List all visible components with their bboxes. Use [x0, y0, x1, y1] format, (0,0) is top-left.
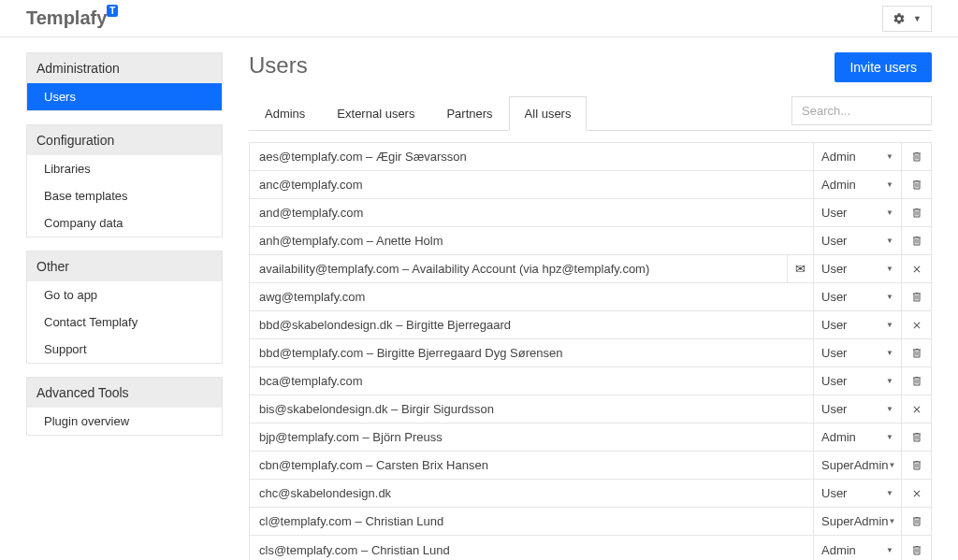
user-row: availability@templafy.com – Availability…: [250, 255, 931, 283]
brand-logo: Templafy T: [26, 7, 120, 29]
trash-icon: [911, 431, 922, 443]
role-select[interactable]: SuperAdmin▼: [813, 508, 901, 535]
caret-down-icon: ▼: [886, 433, 893, 441]
caret-down-icon: ▼: [886, 208, 893, 217]
role-label: SuperAdmin: [821, 458, 889, 472]
caret-down-icon: ▼: [886, 489, 893, 497]
sidebar-item-contact-templafy[interactable]: Contact Templafy: [27, 309, 222, 336]
role-label: Admin: [821, 543, 856, 557]
trash-icon: [911, 151, 922, 163]
trash-icon: [911, 515, 922, 527]
remove-user-button[interactable]: [901, 311, 931, 338]
envelope-icon[interactable]: ✉: [787, 255, 813, 282]
user-row: bis@skabelondesign.dk – Birgir Sigurdsso…: [250, 395, 931, 424]
tab-partners[interactable]: Partners: [430, 96, 508, 131]
user-row: and@templafy.comUser▼: [250, 199, 931, 227]
delete-user-button[interactable]: [901, 452, 931, 479]
delete-user-button[interactable]: [901, 508, 931, 535]
close-icon: [911, 264, 922, 275]
user-display: anc@templafy.com: [250, 171, 813, 198]
caret-down-icon: ▼: [889, 461, 896, 469]
sidebar-item-libraries[interactable]: Libraries: [27, 155, 222, 182]
role-select[interactable]: Admin▼: [813, 143, 901, 170]
user-row: bca@templafy.comUser▼: [250, 367, 931, 395]
user-display: bjp@templafy.com – Björn Preuss: [250, 424, 813, 451]
search-input[interactable]: [791, 96, 932, 125]
delete-user-button[interactable]: [901, 143, 931, 170]
user-row: aes@templafy.com – Ægir SævarssonAdmin▼: [250, 143, 931, 171]
role-label: User: [821, 262, 847, 276]
delete-user-button[interactable]: [901, 424, 931, 451]
role-select[interactable]: User▼: [813, 227, 901, 254]
role-label: User: [821, 290, 847, 304]
user-row: chc@skabelondesign.dkUser▼: [250, 480, 931, 508]
trash-icon: [911, 291, 922, 303]
settings-dropdown[interactable]: ▼: [882, 6, 932, 32]
delete-user-button[interactable]: [901, 339, 931, 366]
user-row: bbd@templafy.com – Birgitte Bjerregaard …: [250, 339, 931, 367]
tabs: Admins External users Partners All users: [249, 95, 587, 130]
caret-down-icon: ▼: [889, 517, 896, 525]
role-select[interactable]: User▼: [813, 339, 901, 366]
role-select[interactable]: User▼: [813, 367, 901, 395]
delete-user-button[interactable]: [901, 536, 931, 560]
sidebar-item-users[interactable]: Users: [27, 83, 222, 110]
tab-external-users[interactable]: External users: [321, 96, 430, 131]
user-row: awg@templafy.comUser▼: [250, 283, 931, 311]
sidebar-section-configuration: Configuration Libraries Base templates C…: [26, 124, 223, 237]
user-display: bis@skabelondesign.dk – Birgir Sigurdsso…: [250, 395, 813, 423]
sidebar-item-company-data[interactable]: Company data: [27, 209, 222, 237]
user-display: awg@templafy.com: [250, 283, 813, 310]
close-icon: [911, 320, 922, 331]
user-display: availability@templafy.com – Availability…: [250, 255, 787, 282]
sidebar-item-support[interactable]: Support: [27, 336, 222, 363]
role-select[interactable]: User▼: [813, 283, 901, 310]
remove-user-button[interactable]: [901, 255, 931, 282]
delete-user-button[interactable]: [901, 171, 931, 198]
user-row: cls@templafy.com – Christian LundAdmin▼: [250, 536, 931, 560]
trash-icon: [911, 235, 922, 247]
role-select[interactable]: SuperAdmin▼: [813, 452, 901, 479]
remove-user-button[interactable]: [901, 395, 931, 423]
user-display: chc@skabelondesign.dk: [250, 480, 813, 507]
user-display: bca@templafy.com: [250, 367, 813, 395]
trash-icon: [911, 207, 922, 219]
trash-icon: [911, 544, 922, 556]
caret-down-icon: ▼: [886, 546, 893, 554]
role-select[interactable]: User▼: [813, 311, 901, 338]
role-label: User: [821, 318, 847, 332]
user-display: bbd@skabelondesign.dk – Birgitte Bjerreg…: [250, 311, 813, 338]
caret-down-icon: ▼: [886, 265, 893, 273]
role-select[interactable]: Admin▼: [813, 171, 901, 198]
sidebar-header: Other: [27, 251, 222, 281]
caret-down-icon: ▼: [886, 349, 893, 357]
user-display: anh@templafy.com – Anette Holm: [250, 227, 813, 254]
delete-user-button[interactable]: [901, 283, 931, 310]
role-label: User: [821, 374, 847, 388]
role-select[interactable]: User▼: [813, 480, 901, 507]
role-select[interactable]: User▼: [813, 199, 901, 226]
invite-users-button[interactable]: Invite users: [835, 52, 932, 82]
role-label: Admin: [821, 178, 856, 192]
user-display: cl@templafy.com – Christian Lund: [250, 508, 813, 535]
role-select[interactable]: User▼: [813, 255, 901, 282]
tab-all-users[interactable]: All users: [509, 96, 588, 131]
role-select[interactable]: User▼: [813, 395, 901, 423]
caret-down-icon: ▼: [886, 321, 893, 329]
role-label: User: [821, 346, 847, 360]
delete-user-button[interactable]: [901, 367, 931, 395]
tab-admins[interactable]: Admins: [249, 96, 321, 131]
role-select[interactable]: Admin▼: [813, 424, 901, 451]
delete-user-button[interactable]: [901, 227, 931, 254]
brand-badge: T: [107, 5, 118, 17]
sidebar: Administration Users Configuration Libra…: [26, 52, 223, 449]
caret-down-icon: ▼: [886, 293, 893, 301]
delete-user-button[interactable]: [901, 199, 931, 226]
sidebar-item-base-templates[interactable]: Base templates: [27, 182, 222, 209]
trash-icon: [911, 459, 922, 471]
sidebar-item-go-to-app[interactable]: Go to app: [27, 281, 222, 309]
role-select[interactable]: Admin▼: [813, 536, 901, 560]
sidebar-item-plugin-overview[interactable]: Plugin overview: [27, 408, 222, 435]
user-row: bbd@skabelondesign.dk – Birgitte Bjerreg…: [250, 311, 931, 339]
remove-user-button[interactable]: [901, 480, 931, 507]
